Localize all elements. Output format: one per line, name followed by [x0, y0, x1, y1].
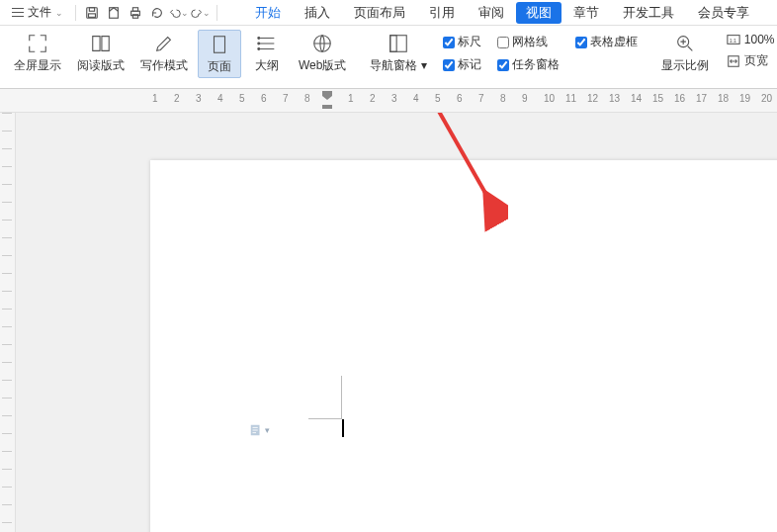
indent-marker[interactable] [322, 91, 332, 109]
separator [216, 5, 217, 21]
paragraph-options-button[interactable]: ▾ [249, 423, 270, 437]
page-view-button[interactable]: 页面 [198, 30, 241, 78]
ruler-check-input[interactable] [443, 37, 455, 48]
horizontal-ruler[interactable]: 876543211234567891011121314151617181920 [0, 89, 777, 113]
task-pane-checkbox[interactable]: 任务窗格 [497, 56, 560, 73]
print-preview-icon[interactable] [104, 3, 124, 23]
file-menu-label: 文件 [28, 4, 51, 21]
task-pane-check-input[interactable] [497, 59, 509, 71]
tab-references[interactable]: 引用 [417, 0, 467, 26]
svg-text:1:1: 1:1 [729, 38, 735, 44]
svg-marker-21 [322, 91, 332, 100]
tab-insert[interactable]: 插入 [293, 0, 342, 26]
zoom-icon [673, 32, 697, 55]
page-icon [208, 33, 231, 56]
zoom-100-button[interactable]: 1:1 100% [723, 32, 777, 47]
markup-check-input[interactable] [443, 59, 455, 71]
svg-rect-1 [89, 7, 94, 11]
page[interactable] [150, 160, 777, 532]
tab-review[interactable]: 审阅 [467, 0, 516, 26]
fullscreen-icon [26, 32, 49, 55]
margin-guide-vertical [341, 376, 342, 419]
reading-mode-button[interactable]: 阅读版式 [71, 30, 130, 76]
svg-rect-6 [132, 14, 137, 18]
chevron-down-icon: ▾ [265, 425, 270, 435]
gridlines-checkbox[interactable]: 网格线 [497, 34, 560, 50]
gridlines-check-input[interactable] [497, 37, 509, 48]
svg-marker-22 [322, 101, 332, 109]
print-icon[interactable] [126, 3, 145, 23]
page-width-button[interactable]: 页宽 [723, 51, 777, 70]
svg-rect-12 [390, 36, 407, 52]
show-scale-button[interactable]: 显示比例 [655, 30, 715, 76]
text-cursor [342, 419, 344, 437]
document-viewport[interactable]: ▾ [16, 113, 777, 532]
markup-checkbox[interactable]: 标记 [443, 56, 481, 73]
svg-rect-3 [110, 7, 119, 18]
undo-button[interactable]: ⌄ [169, 3, 189, 23]
book-icon [89, 32, 113, 55]
outline-button[interactable]: 大纲 [245, 30, 289, 76]
table-virtual-check-input[interactable] [575, 37, 587, 48]
fullscreen-button[interactable]: 全屏显示 [8, 30, 67, 76]
save-icon[interactable] [82, 3, 102, 23]
tab-start[interactable]: 开始 [243, 0, 293, 26]
pen-icon [152, 32, 176, 55]
vertical-ruler[interactable] [0, 113, 16, 532]
globe-icon [310, 32, 334, 55]
writing-mode-button[interactable]: 写作模式 [134, 30, 194, 76]
hundred-icon: 1:1 [727, 33, 740, 46]
separator [75, 5, 76, 21]
tab-member[interactable]: 会员专享 [686, 0, 761, 26]
refresh-icon[interactable] [147, 3, 167, 23]
svg-point-10 [258, 48, 260, 50]
outline-icon [255, 32, 279, 55]
web-layout-button[interactable]: Web版式 [293, 30, 352, 76]
page-width-icon [727, 54, 740, 68]
svg-rect-2 [89, 13, 96, 17]
nav-pane-icon [387, 32, 410, 55]
svg-point-9 [258, 43, 260, 44]
nav-pane-button[interactable]: 导航窗格 ▾ [364, 30, 432, 76]
hamburger-icon [12, 8, 24, 18]
file-menu-button[interactable]: 文件 ⌄ [6, 2, 69, 23]
svg-rect-13 [390, 36, 396, 52]
tab-page-layout[interactable]: 页面布局 [342, 0, 417, 26]
tab-bar: 开始 插入 页面布局 引用 审阅 视图 章节 开发工具 会员专享 [243, 0, 761, 26]
tab-chapter[interactable]: 章节 [561, 0, 611, 26]
table-virtual-checkbox[interactable]: 表格虚框 [575, 34, 638, 50]
svg-rect-5 [132, 7, 137, 11]
svg-point-8 [258, 38, 260, 40]
margin-guide-horizontal [308, 418, 342, 419]
tab-view[interactable]: 视图 [516, 2, 561, 24]
svg-rect-7 [215, 37, 225, 53]
ruler-checkbox[interactable]: 标尺 [443, 34, 481, 50]
chevron-down-icon: ⌄ [55, 8, 63, 18]
paragraph-icon [249, 423, 263, 437]
redo-button[interactable]: ⌄ [191, 3, 211, 23]
tab-developer[interactable]: 开发工具 [611, 0, 686, 26]
